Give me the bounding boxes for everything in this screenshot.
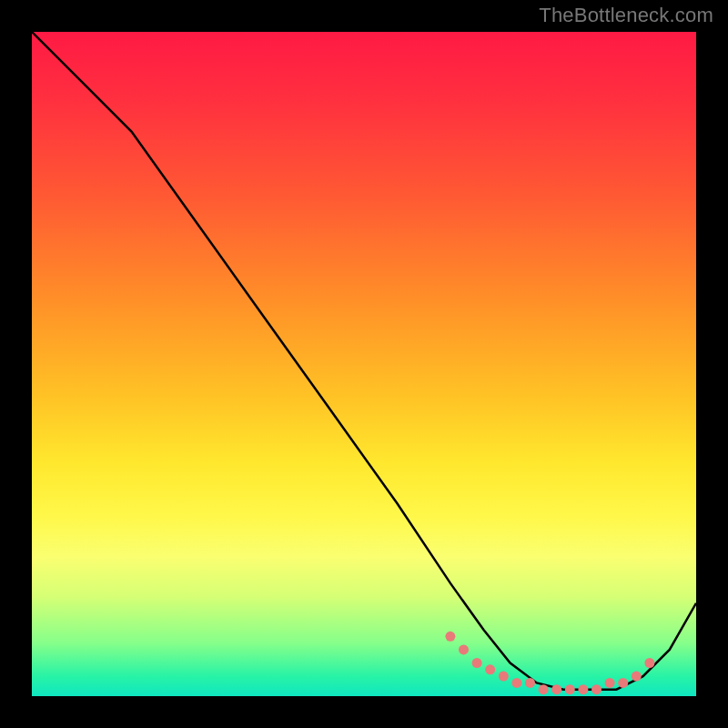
plot-area bbox=[32, 32, 696, 696]
marker-dot bbox=[618, 678, 628, 688]
curve-line bbox=[32, 32, 696, 690]
marker-dot bbox=[525, 678, 535, 688]
marker-dot bbox=[445, 632, 455, 642]
marker-dot bbox=[644, 658, 654, 668]
curve-svg bbox=[32, 32, 696, 696]
marker-dot bbox=[472, 658, 482, 668]
marker-dot bbox=[539, 684, 549, 694]
marker-dot bbox=[511, 678, 521, 688]
marker-dot bbox=[459, 644, 469, 654]
chart-frame: TheBottleneck.com bbox=[0, 0, 728, 728]
marker-dots bbox=[445, 632, 654, 694]
attribution-text: TheBottleneck.com bbox=[539, 4, 713, 27]
marker-dot bbox=[632, 672, 642, 682]
marker-dot bbox=[565, 684, 575, 694]
marker-dot bbox=[592, 684, 602, 694]
marker-dot bbox=[485, 664, 495, 674]
marker-dot bbox=[499, 672, 509, 682]
marker-dot bbox=[578, 684, 588, 694]
marker-dot bbox=[605, 678, 615, 688]
marker-dot bbox=[551, 684, 561, 694]
